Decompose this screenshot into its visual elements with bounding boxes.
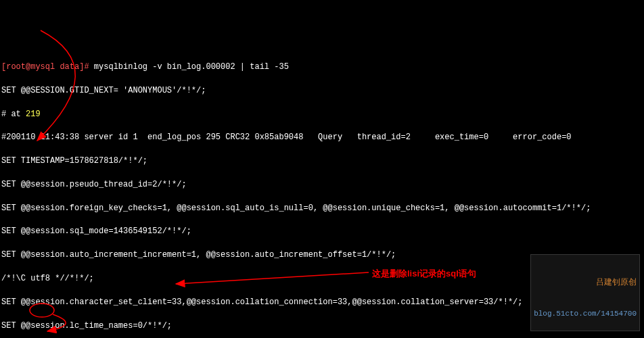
log-line: SET @@session.foreign_key_checks=1, @@se… bbox=[1, 203, 643, 214]
log-line: SET @@SESSION.GTID_NEXT= 'ANONYMOUS'/*!*… bbox=[1, 85, 643, 97]
watermark-author: 吕建钊原创 bbox=[534, 277, 637, 288]
prompt-user: [root@mysql data]# bbox=[1, 62, 89, 72]
prompt-line: [root@mysql data]# mysqlbinlog -v bin_lo… bbox=[1, 62, 643, 73]
log-line: SET TIMESTAMP=1578627818/*!*/; bbox=[1, 155, 643, 167]
watermark-url: blog.51cto.com/14154700 bbox=[534, 309, 637, 318]
log-line: #200110 11:43:38 server id 1 end_log_pos… bbox=[1, 132, 643, 143]
at-219-line: # at 219 bbox=[1, 109, 643, 120]
watermark: 吕建钊原创 blog.51cto.com/14154700 bbox=[530, 254, 640, 331]
at-219: 219 bbox=[26, 110, 41, 119]
log-line: SET @@session.sql_mode=1436549152/*!*/; bbox=[1, 226, 643, 237]
at-prefix: # at bbox=[1, 110, 26, 119]
log-line: SET @@session.pseudo_thread_id=2/*!*/; bbox=[1, 179, 643, 191]
annotation-text: 这是删除lisi记录的sql语句 bbox=[372, 268, 476, 281]
prompt-command: mysqlbinlog -v bin_log.000002 | tail -35 bbox=[89, 62, 289, 72]
